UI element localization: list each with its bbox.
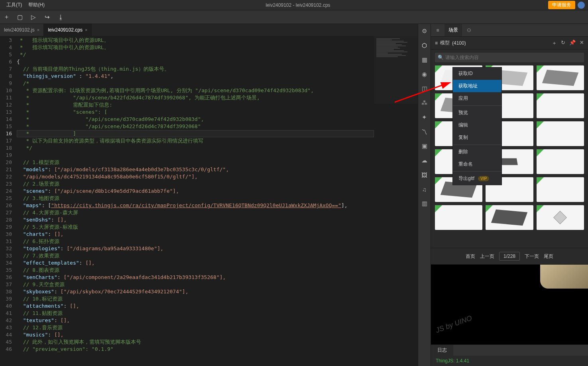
panel-tabs: ≡ 场景 ⚇ xyxy=(431,24,588,37)
layers-icon[interactable]: ▦ xyxy=(421,56,429,64)
code-editor[interactable]: 3456789101112131415161718192021222324252… xyxy=(0,36,418,366)
ctx-apply[interactable]: 应用 xyxy=(453,92,501,105)
line-numbers: 3456789101112131415161718192021222324252… xyxy=(0,36,17,366)
log-tabs: 日志 xyxy=(431,344,588,356)
search-input[interactable] xyxy=(435,53,584,62)
panel-tab-label: 场景 xyxy=(448,27,458,34)
separator xyxy=(453,171,501,172)
download-icon[interactable]: ⭳ xyxy=(57,13,65,21)
cube-icon[interactable]: ⬡ xyxy=(421,42,429,49)
ctx-preview[interactable]: 预览 xyxy=(453,107,501,119)
tab-label: leiv2409102.js xyxy=(4,27,35,33)
watermark: JS by UINO xyxy=(435,314,473,334)
nodes-icon[interactable]: ⁂ xyxy=(421,99,429,107)
model-item[interactable] xyxy=(486,205,533,230)
menu-tools[interactable]: 工具(T) xyxy=(3,1,25,9)
ctx-get-id[interactable]: 获取ID xyxy=(453,67,501,80)
model-search: 🔍 xyxy=(431,49,588,65)
model-panel-header: ≡ 模型 (4100) ＋ ↻ 📌 ✕ xyxy=(431,37,588,49)
music-icon[interactable]: ♫ xyxy=(421,185,429,193)
log-tab[interactable]: 日志 xyxy=(431,345,453,356)
page-prev[interactable]: 上一页 xyxy=(480,253,494,260)
context-menu: 获取ID 获取地址 应用 预览 编辑 复制 删除 重命名 导出gltf VIP xyxy=(452,67,502,185)
paginator: 首页 上一页 1/228 下一页 尾页 xyxy=(431,248,588,265)
share-icon[interactable]: ↪ xyxy=(43,13,51,21)
page-current: 1/228 xyxy=(499,252,520,261)
ctx-export-gltf[interactable]: 导出gltf VIP xyxy=(453,172,501,185)
tab-js[interactable]: leiv2409102.js × xyxy=(0,24,44,36)
model-count: (4100) xyxy=(452,40,466,46)
log-version: ThingJS: 1.4.41 xyxy=(436,358,469,364)
search-icon: 🔍 xyxy=(438,55,444,60)
globe-icon[interactable]: ◉ xyxy=(421,70,429,78)
box-icon[interactable]: ▥ xyxy=(421,200,429,208)
model-item[interactable] xyxy=(537,93,584,118)
model-item[interactable] xyxy=(537,205,584,230)
ctx-rename[interactable]: 重命名 xyxy=(453,158,501,170)
ctx-edit[interactable]: 编辑 xyxy=(453,119,501,131)
run-icon[interactable]: ▷ xyxy=(29,13,37,21)
tab-cps[interactable]: leiv2409102.cps × xyxy=(44,24,92,36)
model-item[interactable] xyxy=(435,205,482,230)
window-title: leiv2409102 - leiv2409102.cps xyxy=(48,2,548,8)
image-icon[interactable]: 🖼 xyxy=(421,171,429,179)
page-first[interactable]: 首页 xyxy=(466,253,475,260)
model-item[interactable] xyxy=(537,65,584,90)
minimap[interactable] xyxy=(374,36,418,104)
panel-tab-scene[interactable]: 场景 xyxy=(444,24,462,36)
ctx-export-label: 导出gltf xyxy=(458,176,474,181)
editor-column: leiv2409102.js × leiv2409102.cps × 34567… xyxy=(0,24,418,366)
add-icon[interactable]: ＋ xyxy=(552,40,557,47)
side-icon-bar: ⚙ ⬡ ▦ ◉ ◫ ⁂ ✦ 〽 ▣ ☁ 🖼 ♫ ▥ xyxy=(418,24,431,366)
separator xyxy=(453,105,501,106)
tab-label: leiv2409102.cps xyxy=(48,27,83,33)
code-content[interactable]: * 指示填写项目中引入的资源URL。 * 指示填写项目中引入的资源URL。 */… xyxy=(17,36,418,366)
page-next[interactable]: 下一页 xyxy=(525,253,539,260)
chart-icon[interactable]: ◫ xyxy=(421,85,429,93)
user-avatar[interactable] xyxy=(578,2,585,9)
minimap-content xyxy=(374,36,418,60)
pin-icon[interactable]: 📌 xyxy=(569,40,576,47)
close-icon[interactable]: × xyxy=(85,28,87,32)
save-icon[interactable]: ▢ xyxy=(16,13,24,21)
close-icon[interactable]: × xyxy=(37,28,39,32)
close-icon[interactable]: ✕ xyxy=(580,40,584,47)
ctx-copy[interactable]: 复制 xyxy=(453,131,501,144)
new-file-icon[interactable]: ＋ xyxy=(2,13,10,21)
panel-tab-hierarchy[interactable]: ⚇ xyxy=(462,24,476,36)
refresh-icon[interactable]: ↻ xyxy=(561,40,565,47)
settings-icon[interactable]: ⚙ xyxy=(421,27,429,35)
vip-badge: VIP xyxy=(478,176,489,181)
menubar: 工具(T) 帮助(H) leiv2409102 - leiv2409102.cp… xyxy=(0,0,588,10)
model-title: 模型 xyxy=(440,40,450,46)
model-item[interactable] xyxy=(537,121,584,146)
separator xyxy=(453,144,501,145)
tree-icon: ⚇ xyxy=(466,28,472,33)
scene-object xyxy=(540,265,588,289)
menu-help[interactable]: 帮助(H) xyxy=(25,1,48,9)
model-item[interactable] xyxy=(537,177,584,202)
ctx-delete[interactable]: 删除 xyxy=(453,146,501,158)
model-item[interactable] xyxy=(537,149,584,174)
trend-icon[interactable]: 〽 xyxy=(421,128,429,136)
panel-tab-filter[interactable]: ≡ xyxy=(431,24,444,36)
cloud-icon[interactable]: ☁ xyxy=(421,156,429,164)
editor-tabs: leiv2409102.js × leiv2409102.cps × xyxy=(0,24,418,36)
log-content: ThingJS: 1.4.41 xyxy=(431,356,588,366)
page-last[interactable]: 尾页 xyxy=(544,253,553,260)
scene-preview[interactable]: JS by UINO xyxy=(431,265,588,344)
square-icon[interactable]: ▣ xyxy=(421,142,429,150)
filter-icon: ≡ xyxy=(435,28,441,33)
ctx-get-address[interactable]: 获取地址 xyxy=(453,80,501,92)
apply-service-button[interactable]: 申请服务 xyxy=(548,1,575,9)
toolbar: ＋ ▢ ▷ ↪ ⭳ xyxy=(0,10,588,24)
sparkle-icon[interactable]: ✦ xyxy=(421,113,429,121)
hamburger-icon[interactable]: ≡ xyxy=(435,40,438,46)
